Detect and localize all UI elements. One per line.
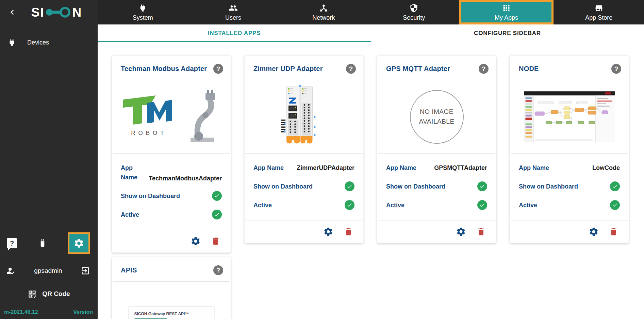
help-icon[interactable]: ?: [346, 64, 356, 74]
configure-app-button[interactable]: [589, 227, 599, 237]
help-icon[interactable]: ?: [213, 64, 223, 74]
nav-label: App Store: [585, 14, 612, 21]
sidebar-header: SI N: [0, 0, 98, 24]
delete-app-button[interactable]: [476, 227, 486, 236]
card-header: Zimmer UDP Adapter ?: [245, 56, 363, 80]
no-image-placeholder: NO IMAGE AVAILABLE: [410, 90, 464, 144]
tab-configure-sidebar[interactable]: CONFIGURE SIDEBAR: [371, 24, 644, 42]
help-icon[interactable]: ?: [479, 64, 489, 74]
gear-icon: [191, 236, 201, 246]
network-icon: [319, 3, 328, 13]
help-glyph: ?: [10, 240, 14, 247]
delete-app-button[interactable]: [344, 227, 353, 236]
active-label: Active: [519, 200, 537, 210]
app-root: SI N Devices ?: [0, 0, 644, 319]
help-icon[interactable]: ?: [213, 265, 223, 275]
app-name-label: App Name: [519, 163, 549, 173]
chevron-left-icon: [7, 7, 17, 17]
configure-app-button[interactable]: [456, 227, 466, 237]
plug-icon: [7, 38, 16, 47]
configure-app-button[interactable]: [191, 236, 201, 246]
active-label: Active: [386, 200, 404, 210]
tab-installed-apps[interactable]: INSTALLED APPS: [98, 24, 371, 42]
nav-label: My Apps: [495, 14, 518, 21]
sidebar-tools: ?: [0, 231, 98, 255]
help-bubble-icon[interactable]: ?: [7, 238, 17, 248]
card-apis: APIS ? SICON Gateway REST API™: [112, 257, 231, 319]
back-button[interactable]: [5, 5, 19, 19]
trash-icon: [476, 227, 486, 236]
zimmer-device-illustration: [279, 84, 330, 150]
card-title: Techman Modbus Adapter: [121, 65, 207, 73]
nav-item-system[interactable]: System: [98, 0, 188, 24]
delete-app-button[interactable]: [609, 227, 618, 236]
card-details: App Name ZimmerUDPAdapter Show on Dashbo…: [245, 154, 363, 220]
app-name-label: App Name: [253, 163, 284, 173]
card-media: [510, 80, 629, 153]
check-icon: [212, 210, 222, 219]
card-title: GPS MQTT Adapter: [386, 65, 450, 73]
check-icon: [212, 191, 222, 201]
sidebar: SI N Devices ?: [0, 0, 98, 319]
app-cards-grid: Techman Modbus Adapter ? ROBOT: [98, 42, 644, 319]
nav-label: System: [133, 14, 153, 21]
delete-app-button[interactable]: [211, 236, 220, 246]
usb-icon: [37, 238, 48, 249]
version-row: m-2021.46.12 Version: [0, 305, 98, 319]
usb-device-button[interactable]: [37, 238, 48, 249]
nav-item-my-apps[interactable]: My Apps: [459, 0, 554, 24]
nav-label: Security: [403, 14, 425, 21]
show-on-dashboard-label: Show on Dashboard: [253, 182, 313, 191]
card-header: GPS MQTT Adapter ?: [377, 56, 496, 80]
card-details: App Name LowCode Show on Dashboard Activ…: [510, 154, 629, 220]
content-area: Techman Modbus Adapter ? ROBOT: [98, 42, 644, 319]
nav-item-network[interactable]: Network: [278, 0, 369, 24]
api-doc-title: SICON Gateway REST API™: [134, 312, 209, 316]
store-icon: [594, 3, 604, 13]
robot-caption: ROBOT: [131, 130, 167, 136]
sidebar-item-label: Devices: [27, 39, 49, 46]
app-name-value: LowCode: [592, 164, 620, 172]
help-glyph: ?: [216, 65, 220, 73]
card-actions: [245, 220, 363, 243]
techman-robot-illustration: ROBOT: [120, 88, 222, 146]
card-zimmer-udp-adapter: Zimmer UDP Adapter ?: [244, 55, 364, 243]
configure-app-button[interactable]: [323, 227, 333, 237]
sidebar-item-devices[interactable]: Devices: [0, 34, 98, 51]
app-name-row: App Name TechmanModbusAdapter: [121, 163, 222, 182]
help-glyph: ?: [482, 65, 486, 73]
tab-bar: INSTALLED APPS CONFIGURE SIDEBAR: [98, 24, 644, 42]
show-on-dashboard-label: Show on Dashboard: [386, 182, 445, 191]
main-area: System Users Network Security My Apps Ap…: [98, 0, 644, 319]
check-icon: [610, 200, 620, 210]
active-row: Active: [519, 200, 620, 210]
logo-text-prefix: SI: [31, 6, 45, 19]
sidebar-bottom: ? gpsadmin QR Code: [0, 231, 98, 319]
nav-item-users[interactable]: Users: [188, 0, 279, 24]
card-details: App Name GPSMQTTAdapter Show on Dashboar…: [377, 154, 496, 220]
card-media: NO IMAGE AVAILABLE: [377, 80, 496, 153]
active-row: Active: [121, 210, 222, 219]
card-header: APIS ?: [112, 257, 231, 281]
nav-label: Users: [225, 14, 241, 21]
logout-icon: [81, 266, 90, 276]
card-title: APIS: [121, 266, 137, 274]
card-title: Zimmer UDP Adapter: [253, 65, 323, 73]
help-icon[interactable]: ?: [611, 64, 621, 74]
card-techman-modbus-adapter: Techman Modbus Adapter ? ROBOT: [112, 55, 231, 253]
trash-icon: [211, 236, 220, 246]
card-media: [245, 80, 363, 153]
settings-tile-highlighted[interactable]: [68, 232, 90, 254]
check-icon: [610, 181, 620, 191]
version-label: Version: [73, 309, 93, 315]
logout-button[interactable]: [81, 266, 90, 276]
nav-item-app-store[interactable]: App Store: [554, 0, 644, 24]
check-icon: [477, 181, 487, 191]
card-details: App Name TechmanModbusAdapter Show on Da…: [112, 154, 231, 230]
show-on-dashboard-label: Show on Dashboard: [519, 182, 578, 191]
gear-icon: [73, 238, 84, 249]
nav-item-security[interactable]: Security: [369, 0, 459, 24]
help-glyph: ?: [349, 65, 353, 73]
qr-code-row[interactable]: QR Code: [0, 286, 98, 302]
card-media: ROBOT: [112, 80, 231, 153]
